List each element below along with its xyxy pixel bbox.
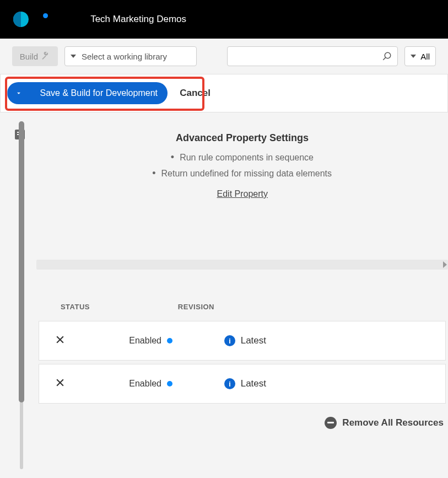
remove-row-button[interactable]	[55, 377, 66, 390]
table-row[interactable]: Enabled i Latest	[39, 321, 446, 361]
info-icon[interactable]: i	[224, 335, 235, 346]
chevron-down-icon	[15, 89, 23, 97]
avatar-icon[interactable]	[13, 12, 29, 27]
cancel-button[interactable]: Cancel	[180, 88, 210, 99]
search-icon	[382, 51, 392, 61]
close-icon	[55, 377, 66, 388]
minus-circle-icon	[325, 417, 337, 429]
advanced-item: Return undefined for missing data elemen…	[153, 168, 332, 179]
chevron-down-icon	[411, 55, 416, 58]
status-cell: Enabled	[90, 336, 172, 346]
status-cell: Enabled	[90, 379, 172, 389]
search-box[interactable]	[227, 46, 398, 66]
chevron-down-icon	[71, 55, 76, 58]
library-select[interactable]: Select a working library	[64, 46, 197, 66]
revision-cell: i Latest	[224, 378, 266, 389]
revision-cell: i Latest	[224, 335, 266, 346]
revision-text: Latest	[241, 378, 266, 389]
info-icon[interactable]: i	[224, 378, 235, 389]
filter-label: All	[420, 52, 430, 61]
status-dot-icon	[167, 381, 172, 386]
save-build-label: Save & Build for Development	[30, 88, 168, 98]
build-icon	[41, 52, 50, 61]
advanced-settings: Advanced Property Settings Run rule comp…	[36, 121, 448, 216]
revision-header: REVISION	[178, 303, 214, 311]
revision-text: Latest	[241, 335, 266, 346]
tenant-name[interactable]: Tech Marketing Demos	[90, 14, 186, 25]
advanced-list: Run rule components in sequence Return u…	[36, 152, 448, 179]
search-input[interactable]	[233, 52, 382, 61]
remove-all-label: Remove All Resources	[342, 417, 444, 428]
scrollbar[interactable]	[17, 121, 26, 469]
main-scroll: Advanced Property Settings Run rule comp…	[26, 121, 448, 469]
notification-dot	[43, 13, 48, 18]
status-text: Enabled	[129, 336, 161, 346]
build-label: Build	[20, 52, 38, 61]
table-row[interactable]: Enabled i Latest	[39, 364, 446, 404]
action-bar: Save & Build for Development Cancel	[0, 74, 448, 112]
edit-property-link[interactable]: Edit Property	[217, 189, 267, 199]
close-icon	[55, 334, 66, 345]
library-placeholder: Select a working library	[82, 52, 167, 61]
build-button: Build	[12, 46, 58, 66]
save-build-button[interactable]: Save & Build for Development	[7, 82, 168, 104]
status-text: Enabled	[129, 379, 161, 389]
advanced-item: Run rule components in sequence	[171, 152, 314, 163]
advanced-title: Advanced Property Settings	[176, 132, 309, 144]
resources-table: STATUS REVISION Enabled i Latest	[36, 303, 448, 439]
svg-point-11	[385, 52, 391, 58]
toolbar: Build Select a working library All	[0, 39, 448, 74]
content-area: Advanced Property Settings Run rule comp…	[0, 112, 448, 478]
section-divider[interactable]	[36, 260, 448, 270]
status-dot-icon	[167, 338, 172, 343]
svg-line-12	[384, 57, 386, 60]
filter-select[interactable]: All	[404, 46, 436, 66]
save-build-dropdown[interactable]	[7, 82, 30, 104]
remove-row-button[interactable]	[55, 334, 66, 347]
status-header: STATUS	[61, 303, 90, 311]
top-header: ? Tech Marketing Demos	[0, 0, 448, 39]
remove-all-button[interactable]: Remove All Resources	[39, 407, 446, 439]
scroll-thumb[interactable]	[19, 121, 24, 402]
table-headers: STATUS REVISION	[39, 303, 446, 321]
